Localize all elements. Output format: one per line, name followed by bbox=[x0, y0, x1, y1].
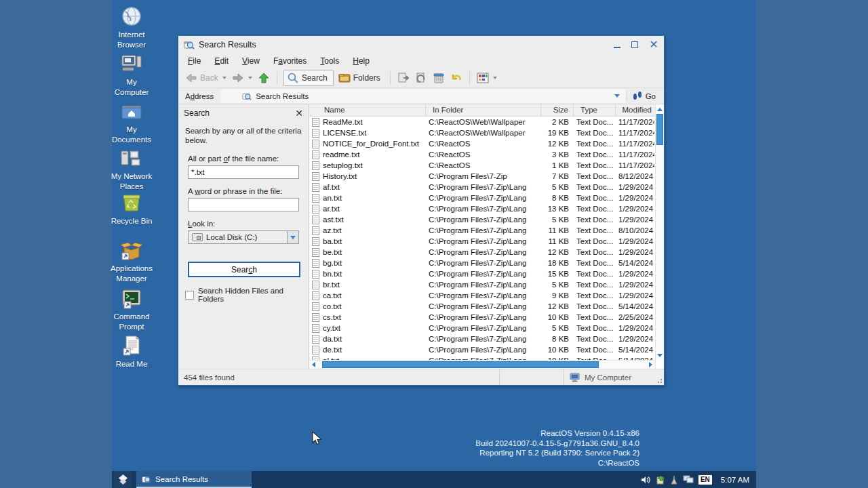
file-row[interactable]: br.txtC:\Program Files\7-Zip\Lang5 KBTex… bbox=[309, 279, 655, 290]
taskbar-task-search-results[interactable]: Search Results bbox=[136, 471, 252, 488]
hidden-files-checkbox[interactable] bbox=[185, 291, 194, 300]
search-button[interactable]: Search bbox=[188, 262, 300, 277]
file-row[interactable]: cy.txtC:\Program Files\7-Zip\Lang5 KBTex… bbox=[309, 323, 655, 333]
file-row[interactable]: be.txtC:\Program Files\7-Zip\Lang12 KBTe… bbox=[309, 247, 655, 258]
address-dropdown-icon[interactable] bbox=[614, 94, 620, 98]
address-combo[interactable]: Search Results bbox=[220, 89, 625, 103]
desktop-icon-internet-browser[interactable]: Internet Browser bbox=[102, 5, 161, 50]
file-row[interactable]: bn.txtC:\Program Files\7-Zip\Lang15 KBTe… bbox=[309, 268, 655, 279]
desktop-icon-applications-manager[interactable]: Applications Manager bbox=[102, 239, 161, 284]
vertical-scrollbar[interactable] bbox=[655, 104, 664, 369]
file-row[interactable]: ReadMe.txtC:\ReactOS\Web\Wallpaper2 KBTe… bbox=[309, 117, 655, 127]
taskbar-clock[interactable]: 5:07 AM bbox=[721, 476, 749, 484]
folders-toolbar-button[interactable]: Folders bbox=[336, 70, 386, 85]
column-header-type[interactable]: Type bbox=[574, 104, 616, 116]
file-row[interactable]: History.txtC:\Program Files\7-Zip7 KBTex… bbox=[309, 171, 655, 182]
forward-button[interactable] bbox=[229, 70, 255, 85]
desktop-icon-label: Read Me bbox=[102, 359, 161, 369]
text-file-icon bbox=[312, 313, 319, 322]
move-to-button[interactable] bbox=[412, 70, 430, 85]
version-line: Reporting NT 5.2 (Build 3790: Service Pa… bbox=[475, 448, 639, 458]
volume-icon[interactable] bbox=[641, 475, 651, 485]
search-pane-close-icon[interactable]: ✕ bbox=[295, 109, 303, 117]
go-button[interactable]: Go bbox=[627, 92, 660, 101]
column-header-in-folder[interactable]: In Folder bbox=[426, 104, 541, 116]
desktop-icon-my-computer[interactable]: My Computer bbox=[102, 53, 161, 98]
desktop-icon-command-prompt[interactable]: Command Prompt bbox=[102, 287, 161, 332]
window-title: Search Results bbox=[199, 40, 256, 49]
desktop-icon-my-network-places[interactable]: My Network Places bbox=[102, 147, 161, 192]
update-tray-icon[interactable] bbox=[656, 475, 665, 485]
menu-favorites[interactable]: Favorites bbox=[267, 55, 313, 67]
menu-view[interactable]: View bbox=[235, 55, 267, 67]
file-row[interactable]: NOTICE_for_Droid_Font.txtC:\ReactOS12 KB… bbox=[309, 138, 655, 149]
file-row[interactable]: co.txtC:\Program Files\7-Zip\Lang12 KBTe… bbox=[309, 301, 655, 312]
disk-icon bbox=[192, 233, 203, 241]
look-in-select[interactable]: Local Disk (C:) bbox=[188, 230, 299, 244]
menu-tools[interactable]: Tools bbox=[313, 55, 346, 67]
address-bar: Address Search Results Go bbox=[178, 88, 664, 104]
applications-manager-icon bbox=[120, 239, 143, 262]
utility-tray-icon[interactable] bbox=[670, 475, 678, 485]
column-header-name[interactable]: Name bbox=[309, 104, 426, 116]
desktop-icon-my-documents[interactable]: My Documents bbox=[102, 100, 161, 145]
search-toolbar-button[interactable]: Search bbox=[283, 70, 334, 86]
undo-button[interactable] bbox=[448, 70, 465, 85]
text-file-icon bbox=[312, 205, 319, 214]
delete-icon bbox=[433, 72, 445, 84]
column-header-modified[interactable]: Modified bbox=[616, 104, 654, 116]
file-row[interactable]: setuplog.txtC:\ReactOS1 KBText Doc...11/… bbox=[309, 160, 655, 171]
delete-button[interactable] bbox=[430, 70, 448, 85]
file-row[interactable]: ca.txtC:\Program Files\7-Zip\Lang9 KBTex… bbox=[309, 290, 655, 301]
file-row[interactable]: an.txtC:\Program Files\7-Zip\Lang8 KBTex… bbox=[309, 192, 655, 203]
file-row[interactable]: ast.txtC:\Program Files\7-Zip\Lang5 KBTe… bbox=[309, 214, 655, 225]
back-button[interactable]: Back bbox=[182, 70, 229, 85]
maximize-button[interactable] bbox=[631, 41, 638, 48]
file-row[interactable]: af.txtC:\Program Files\7-Zip\Lang5 KBTex… bbox=[309, 182, 655, 192]
scroll-down-icon[interactable] bbox=[656, 350, 664, 360]
file-name-input[interactable] bbox=[188, 165, 299, 179]
search-results-window: Search Results ✕ FileEditViewFavoritesTo… bbox=[178, 35, 665, 386]
horizontal-scroll-thumb[interactable] bbox=[322, 361, 599, 368]
vertical-scroll-thumb[interactable] bbox=[656, 114, 663, 145]
file-row[interactable]: ba.txtC:\Program Files\7-Zip\Lang11 KBTe… bbox=[309, 236, 655, 247]
network-tray-icon[interactable] bbox=[683, 475, 694, 484]
up-button[interactable] bbox=[255, 70, 273, 85]
file-row[interactable]: ar.txtC:\Program Files\7-Zip\Lang13 KBTe… bbox=[309, 203, 655, 214]
language-indicator[interactable]: EN bbox=[698, 475, 712, 485]
column-header-size[interactable]: Size bbox=[541, 104, 574, 116]
search-pane: Search ✕ Search by any or all of the cri… bbox=[178, 104, 309, 369]
menu-help[interactable]: Help bbox=[346, 55, 376, 67]
minimize-button[interactable] bbox=[614, 42, 620, 48]
move-to-icon bbox=[415, 72, 427, 84]
close-button[interactable]: ✕ bbox=[649, 40, 658, 49]
file-row[interactable]: de.txtC:\Program Files\7-Zip\Lang10 KBTe… bbox=[309, 344, 655, 355]
recycle-bin-icon bbox=[120, 192, 143, 215]
window-titlebar[interactable]: Search Results ✕ bbox=[178, 36, 664, 54]
file-row[interactable]: da.txtC:\Program Files\7-Zip\Lang8 KBTex… bbox=[309, 333, 655, 344]
menu-edit[interactable]: Edit bbox=[208, 55, 235, 67]
copy-to-button[interactable] bbox=[395, 70, 412, 85]
menu-file[interactable]: File bbox=[181, 55, 208, 67]
file-row[interactable]: readme.txtC:\ReactOS3 KBText Doc...11/17… bbox=[309, 149, 655, 160]
resize-grip[interactable] bbox=[657, 378, 663, 384]
text-file-icon bbox=[312, 161, 319, 170]
scroll-left-icon[interactable] bbox=[309, 361, 318, 369]
forward-arrow-icon bbox=[232, 72, 244, 84]
look-in-dropdown-icon[interactable] bbox=[287, 231, 298, 243]
horizontal-scrollbar[interactable] bbox=[309, 360, 655, 369]
scroll-up-icon[interactable] bbox=[656, 104, 664, 114]
desktop: Internet BrowserMy ComputerMy DocumentsM… bbox=[112, 0, 756, 488]
desktop-icon-read-me[interactable]: Read Me bbox=[102, 335, 161, 369]
text-file-icon bbox=[312, 183, 319, 192]
word-phrase-input[interactable] bbox=[188, 198, 299, 211]
desktop-icon-recycle-bin[interactable]: Recycle Bin bbox=[102, 192, 161, 226]
file-row[interactable]: el.txtC:\Program Files\7-Zip\Lang10 KBTe… bbox=[309, 355, 655, 360]
file-row[interactable]: LICENSE.txtC:\ReactOS\Web\Wallpaper19 KB… bbox=[309, 127, 655, 138]
file-row[interactable]: az.txtC:\Program Files\7-Zip\Lang11 KBTe… bbox=[309, 225, 655, 236]
file-row[interactable]: bg.txtC:\Program Files\7-Zip\Lang18 KBTe… bbox=[309, 258, 655, 268]
file-row[interactable]: cs.txtC:\Program Files\7-Zip\Lang10 KBTe… bbox=[309, 312, 655, 323]
scroll-right-icon[interactable] bbox=[646, 361, 655, 369]
start-button[interactable] bbox=[114, 471, 132, 488]
views-button[interactable] bbox=[474, 70, 500, 85]
